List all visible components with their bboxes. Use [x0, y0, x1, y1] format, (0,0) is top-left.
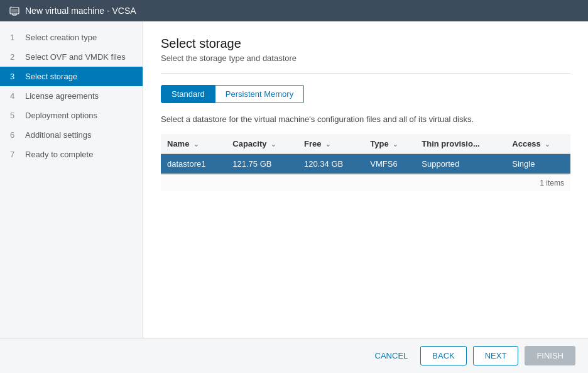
sort-type-icon: ⌄	[393, 141, 398, 148]
cell-thin-provision: Supported	[415, 154, 506, 174]
sidebar-label-2: Select OVF and VMDK files	[25, 52, 126, 62]
col-capacity[interactable]: Capacity ⌄	[226, 134, 298, 154]
page-subtitle: Select the storage type and datastore	[161, 53, 570, 63]
cell-access: Single	[506, 154, 570, 174]
step-num-2: 2	[10, 52, 20, 62]
step-num-4: 4	[10, 91, 20, 101]
cell-type: VMFS6	[364, 154, 415, 174]
sidebar-item-2[interactable]: 2 Select OVF and VMDK files	[0, 47, 143, 67]
cell-capacity: 121.75 GB	[226, 154, 298, 174]
step-num-1: 1	[10, 33, 20, 42]
tab-group: Standard Persistent Memory	[161, 85, 570, 103]
title-bar: New virtual machine - VCSA	[0, 0, 588, 21]
col-type[interactable]: Type ⌄	[364, 134, 415, 154]
main-container: 1 Select creation type 2 Select OVF and …	[0, 21, 588, 338]
sort-capacity-icon: ⌄	[271, 141, 276, 148]
sidebar-item-3[interactable]: 3 Select storage	[0, 67, 143, 86]
page-title: Select storage	[161, 36, 570, 51]
cell-free: 120.34 GB	[298, 154, 364, 174]
content-area: Select storage Select the storage type a…	[143, 21, 588, 338]
step-num-7: 7	[10, 150, 20, 159]
next-button[interactable]: NEXT	[473, 346, 519, 365]
sidebar-label-4: License agreements	[25, 91, 99, 101]
info-text: Select a datastore for the virtual machi…	[161, 114, 570, 124]
step-num-5: 5	[10, 111, 20, 120]
sort-access-icon: ⌄	[545, 141, 550, 148]
cancel-button[interactable]: CANCEL	[369, 347, 415, 365]
sidebar-item-7[interactable]: 7 Ready to complete	[0, 145, 143, 164]
sidebar-item-1[interactable]: 1 Select creation type	[0, 28, 143, 47]
col-name[interactable]: Name ⌄	[161, 134, 226, 154]
sidebar-label-1: Select creation type	[25, 33, 97, 42]
sidebar-item-6[interactable]: 6 Additional settings	[0, 125, 143, 145]
sidebar-label-5: Deployment options	[25, 111, 97, 120]
window-title: New virtual machine - VCSA	[25, 6, 136, 16]
col-access[interactable]: Access ⌄	[506, 134, 570, 154]
divider	[161, 73, 570, 74]
step-num-6: 6	[10, 130, 20, 140]
col-thin-provision[interactable]: Thin provisio...	[415, 134, 506, 154]
table-row[interactable]: datastore1 121.75 GB 120.34 GB VMFS6 Sup…	[161, 154, 570, 174]
items-count: 1 items	[161, 174, 570, 191]
tab-standard[interactable]: Standard	[161, 85, 215, 103]
step-num-3: 3	[10, 72, 20, 81]
cell-name: datastore1	[161, 154, 226, 174]
table-header-row: Name ⌄ Capacity ⌄ Free ⌄ Type ⌄	[161, 134, 570, 154]
sidebar-label-3: Select storage	[25, 72, 77, 81]
svg-point-5	[11, 6, 12, 8]
footer: CANCEL BACK NEXT FINISH	[0, 338, 588, 373]
finish-button: FINISH	[525, 346, 575, 365]
col-free[interactable]: Free ⌄	[298, 134, 364, 154]
sidebar-label-7: Ready to complete	[25, 150, 93, 159]
back-button[interactable]: BACK	[420, 346, 466, 365]
sort-name-icon: ⌄	[193, 141, 199, 148]
storage-table: Name ⌄ Capacity ⌄ Free ⌄ Type ⌄	[161, 134, 570, 174]
svg-rect-1	[11, 9, 18, 13]
sidebar-item-5[interactable]: 5 Deployment options	[0, 106, 143, 125]
sort-free-icon: ⌄	[325, 141, 330, 148]
tab-persistent-memory[interactable]: Persistent Memory	[215, 85, 304, 103]
sidebar-item-4[interactable]: 4 License agreements	[0, 86, 143, 106]
sidebar-label-6: Additional settings	[25, 130, 92, 140]
sidebar: 1 Select creation type 2 Select OVF and …	[0, 21, 143, 338]
vm-icon	[9, 5, 20, 16]
